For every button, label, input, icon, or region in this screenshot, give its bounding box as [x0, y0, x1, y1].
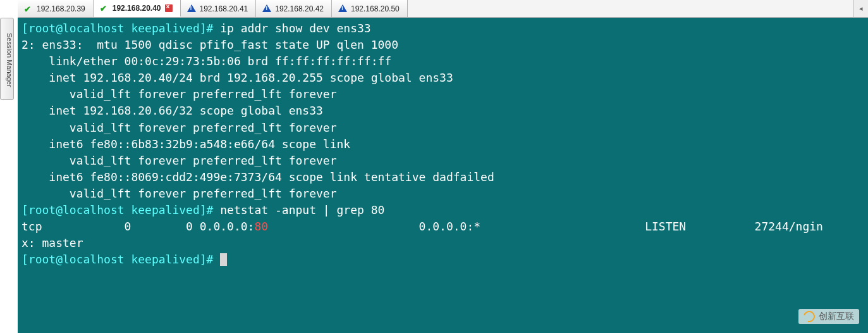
watermark: 创新互联	[798, 309, 859, 324]
watermark-text: 创新互联	[819, 311, 854, 322]
watermark-logo-icon	[802, 309, 817, 325]
terminal-output[interactable]: [root@localhost keepalived]# ip addr sho…	[18, 18, 868, 333]
connection-tab-label: 192.168.20.41	[200, 4, 248, 13]
session-manager-tab[interactable]: Session Manager	[0, 18, 14, 100]
connection-tab-label: 192.168.20.39	[37, 4, 85, 13]
connection-tab[interactable]: 192.168.20.41	[181, 0, 257, 17]
check-icon	[100, 4, 109, 13]
connection-tab-bar: 192.168.20.39192.168.20.40192.168.20.411…	[18, 0, 868, 18]
close-icon[interactable]	[165, 4, 173, 12]
connection-tab[interactable]: 192.168.20.39	[18, 0, 94, 17]
connection-tab[interactable]: 192.168.20.42	[256, 0, 332, 17]
connection-tab-label: 192.168.20.42	[275, 4, 324, 13]
warning-icon	[338, 4, 347, 13]
terminal-cursor	[220, 253, 227, 266]
warning-icon	[187, 4, 196, 13]
warning-icon	[262, 4, 271, 13]
connection-tab[interactable]: 192.168.20.40	[94, 0, 181, 17]
connection-tab[interactable]: 192.168.20.50	[332, 0, 408, 17]
connection-tab-label: 192.168.20.50	[351, 4, 400, 13]
tab-scroll-left-button[interactable]	[853, 0, 868, 17]
check-icon	[24, 4, 33, 13]
connection-tab-label: 192.168.20.40	[113, 4, 161, 13]
